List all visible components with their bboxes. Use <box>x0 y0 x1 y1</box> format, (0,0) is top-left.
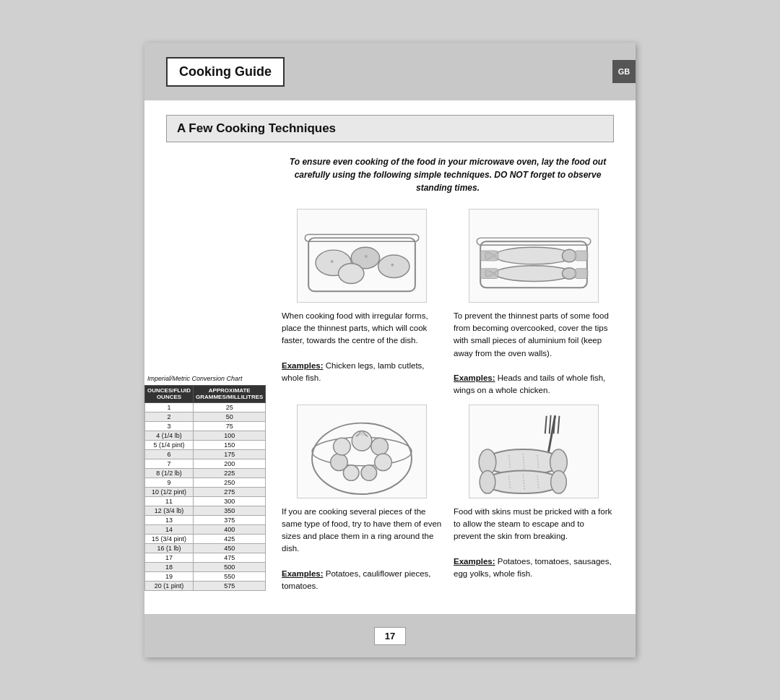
technique-ring: If you are cooking several pieces of the… <box>282 405 442 593</box>
conversion-table-container: Imperial/Metric Conversion Chart OUNCES/… <box>144 375 256 591</box>
section-title: A Few Cooking Techniques <box>177 121 336 135</box>
svg-point-40 <box>480 470 495 493</box>
table-row: 10 (1/2 pint)275 <box>145 487 266 496</box>
technique-image-foil <box>469 209 599 303</box>
table-row: 5 (1/4 pint)150 <box>145 440 266 449</box>
page-number: 17 <box>385 631 395 641</box>
table-row: 20 (1 pint)575 <box>145 581 266 590</box>
gb-badge: GB <box>612 60 636 83</box>
svg-point-16 <box>562 267 576 279</box>
cooking-guide-title-box: Cooking Guide <box>166 57 285 87</box>
svg-point-6 <box>331 260 334 263</box>
svg-point-8 <box>391 264 394 267</box>
table-row: 250 <box>145 412 266 421</box>
table-row: 13375 <box>145 515 266 524</box>
techniques-bottom-row: If you are cooking several pieces of the… <box>282 405 614 593</box>
conversion-table: OUNCES/FLUIDOUNCES APPROXIMATEGRAMMES/MI… <box>144 385 266 591</box>
svg-line-32 <box>558 415 559 433</box>
technique-pricking: Food with skins must be pricked with a f… <box>454 405 614 593</box>
svg-point-23 <box>375 453 392 470</box>
top-bar: Cooking Guide GB <box>144 43 636 100</box>
table-row: 12 (3/4 lb)350 <box>145 506 266 515</box>
technique-irregular-forms: When cooking food with irregular forms, … <box>282 209 442 397</box>
svg-point-22 <box>371 438 389 455</box>
table-row: 125 <box>145 402 266 412</box>
technique-image-ring <box>297 405 427 498</box>
svg-point-5 <box>339 264 364 284</box>
svg-point-41 <box>551 470 567 493</box>
svg-line-29 <box>545 415 547 433</box>
svg-rect-17 <box>480 268 498 278</box>
table-row: 11300 <box>145 496 266 506</box>
page-number-box: 17 <box>374 627 406 645</box>
technique-text-ring: If you are cooking several pieces of the… <box>282 506 442 593</box>
svg-point-24 <box>361 464 377 480</box>
svg-point-15 <box>495 266 573 282</box>
svg-point-11 <box>495 247 573 264</box>
table-row: 375 <box>145 421 266 431</box>
svg-point-4 <box>378 255 410 278</box>
technique-aluminium-foil: To prevent the thinnest parts of some fo… <box>454 209 614 397</box>
table-row: 15 (3/4 pint)425 <box>145 534 266 543</box>
svg-line-30 <box>550 415 551 433</box>
table-row: 6175 <box>145 449 266 459</box>
bottom-bar: 17 <box>144 614 636 657</box>
table-row: 14400 <box>145 524 266 534</box>
table-row: 19550 <box>145 571 266 581</box>
cooking-guide-title: Cooking Guide <box>179 64 272 79</box>
technique-image-irregular <box>297 209 427 303</box>
col2-header: APPROXIMATEGRAMMES/MILLILITRES <box>194 385 266 402</box>
technique-text-irregular: When cooking food with irregular forms, … <box>282 310 442 385</box>
svg-rect-14 <box>575 251 588 261</box>
svg-point-7 <box>365 255 368 258</box>
table-row: 16 (1 lb)450 <box>145 543 266 553</box>
svg-rect-13 <box>480 251 498 261</box>
technique-text-pricking: Food with skins must be pricked with a f… <box>454 506 614 581</box>
technique-image-pricking <box>469 405 599 498</box>
table-row: 8 (1/2 lb)225 <box>145 468 266 478</box>
section-title-box: A Few Cooking Techniques <box>166 115 614 142</box>
technique-text-foil: To prevent the thinnest parts of some fo… <box>454 310 614 397</box>
svg-point-26 <box>331 453 348 470</box>
table-row: 4 (1/4 lb)100 <box>145 431 266 440</box>
table-row: 18500 <box>145 562 266 571</box>
chart-title: Imperial/Metric Conversion Chart <box>144 375 256 382</box>
table-row: 17475 <box>145 553 266 562</box>
techniques-top-row: When cooking food with irregular forms, … <box>282 209 614 397</box>
svg-rect-18 <box>575 268 588 278</box>
svg-point-27 <box>334 438 351 455</box>
table-row: 9250 <box>145 478 266 487</box>
col1-header: OUNCES/FLUIDOUNCES <box>145 385 194 402</box>
intro-text: To ensure even cooking of the food in yo… <box>282 155 614 194</box>
svg-point-12 <box>562 249 576 262</box>
main-content: A Few Cooking Techniques To ensure even … <box>144 100 636 615</box>
table-row: 7200 <box>145 459 266 468</box>
